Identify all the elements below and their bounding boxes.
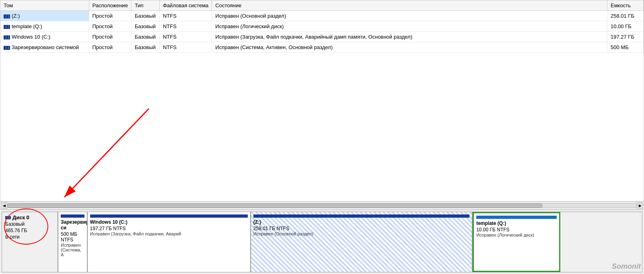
col-capacity: Емкость [607,0,644,11]
partition-bar [253,214,469,218]
cell-name: (Z:) [0,11,89,21]
partition-z[interactable]: (Z:)258.01 ГБ NTFSИсправен (Основной раз… [251,212,473,272]
partition-bar [61,214,84,218]
partition-status: Исправен (Загрузка, Файл подкачки, Авари… [90,231,248,236]
cell-type: Базовый [131,32,159,42]
cell-type: Базовый [131,42,159,53]
partition-size: 10.00 ГБ NTFS [476,227,557,233]
disk-size: 465.76 ГБ [5,228,54,233]
partition-c[interactable]: Windows 10 (C:)197.27 ГБ NTFSИсправен (З… [88,212,251,272]
cell-filesystem: NTFS [159,21,212,32]
disk-type: Базовый [5,221,54,227]
cell-location: Простой [89,32,131,42]
cell-name: template (Q:) [0,21,89,32]
partition-size: 197.27 ГБ NTFS [90,226,248,231]
cell-name-text: Зарезервировано системой [12,44,79,50]
disk-name: Диск 0 [12,214,29,220]
cell-capacity: 500 МБ [607,42,644,53]
cell-capacity: 10.00 ГБ [607,21,644,32]
scrollbar-track[interactable] [7,203,637,208]
partition-template[interactable]: template (Q:)10.00 ГБ NTFSИсправен (Логи… [473,212,560,272]
cell-name-text: Windows 10 (C:) [12,34,50,40]
cell-status: Исправен (Логический диск) [212,21,607,32]
col-filesystem: Файловая система [159,0,212,11]
cell-filesystem: NTFS [159,11,212,21]
table-header: Том Расположение Тип Файловая система Со… [0,0,644,11]
cell-capacity: 197.27 ГБ [607,32,644,42]
horizontal-scrollbar[interactable]: ◀ ▶ [0,202,644,210]
cell-status: Исправен (Основной раздел) [212,11,607,21]
partition-title: template (Q:) [476,220,557,226]
partition-status: Исправен (Система, А [61,243,84,257]
disk-row-icon [4,25,10,29]
cell-name-text: template (Q:) [12,23,42,29]
partition-title: Windows 10 (C:) [90,219,248,225]
disk-partitions: Зарезервировано си500 МБ NTFSИсправен (С… [58,212,642,272]
col-type: Тип [131,0,159,11]
partition-status: Исправен (Логический диск) [476,233,557,237]
cell-type: Базовый [131,21,159,32]
cell-type: Базовый [131,11,159,21]
col-tom: Том [0,0,89,11]
partition-title: Зарезервировано си [61,219,84,231]
disk-row-icon [4,14,10,19]
scroll-right-button[interactable]: ▶ [637,202,643,209]
table-row[interactable]: Windows 10 (C:)ПростойБазовыйNTFSИсправе… [0,32,644,42]
cell-location: Простой [89,42,131,53]
partition-title: (Z:) [253,219,469,225]
disk-management-table-area: Том Расположение Тип Файловая система Со… [0,0,644,202]
partition-bar [476,216,557,219]
disk-mini-icon [5,216,11,219]
cell-name: Зарезервировано системой [0,42,89,53]
main-container: Том Расположение Тип Файловая система Со… [0,0,644,274]
cell-location: Простой [89,21,131,32]
table-body: (Z:)ПростойБазовыйNTFSИсправен (Основной… [0,11,644,53]
disk-row-icon [4,35,10,39]
cell-location: Простой [89,11,131,21]
cell-status: Исправен (Загрузка, Файл подкачки, Авари… [212,32,607,42]
partition-reserved[interactable]: Зарезервировано си500 МБ NTFSИсправен (С… [58,212,88,272]
scroll-left-button[interactable]: ◀ [1,202,7,209]
cell-name: Windows 10 (C:) [0,32,89,42]
cell-status: Исправен (Система, Активен, Основной раз… [212,42,607,53]
table-row[interactable]: template (Q:)ПростойБазовыйNTFSИсправен … [0,21,644,32]
partition-bar [90,214,248,218]
cell-filesystem: NTFS [159,32,212,42]
col-location: Расположение [89,0,131,11]
cell-name-text: (Z:) [12,13,20,19]
disk-status: В сети [5,234,54,240]
cell-capacity: 258.01 ГБ [607,11,644,21]
disk-label-title: Диск 0 [5,214,54,220]
partition-size: 258.01 ГБ NTFS [253,226,469,231]
col-status: Состояние [212,0,607,11]
volumes-table: Том Расположение Тип Файловая система Со… [0,0,644,53]
cell-filesystem: NTFS [159,42,212,53]
table-wrapper[interactable]: Том Расположение Тип Файловая система Со… [0,0,644,201]
disk-map-area: Диск 0 Базовый 465.76 ГБ В сети Зарезерв… [0,210,644,274]
partition-status: Исправен (Основной раздел) [253,231,469,236]
table-row[interactable]: Зарезервировано системойПростойБазовыйNT… [0,42,644,53]
scrollbar-thumb[interactable] [8,204,542,208]
disk-row-icon [4,46,10,50]
disk-label-box: Диск 0 Базовый 465.76 ГБ В сети [2,212,58,272]
partition-size: 500 МБ NTFS [61,231,84,243]
table-row[interactable]: (Z:)ПростойБазовыйNTFSИсправен (Основной… [0,11,644,21]
